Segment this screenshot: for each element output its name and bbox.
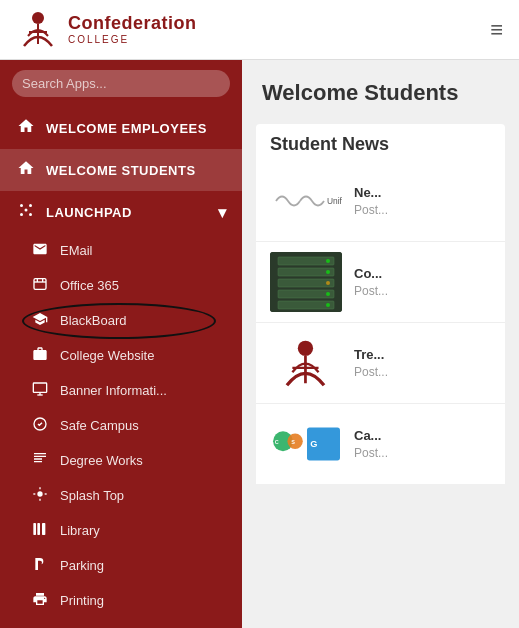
news-card-3[interactable]: Tre... Post... [256,323,505,404]
svg-point-41 [287,434,302,449]
office365-label: Office 365 [60,278,119,293]
svg-rect-26 [278,257,334,265]
sidebar-item-splash-top[interactable]: Splash Top [0,478,242,513]
news-thumb-3 [270,333,342,393]
degree-works-label: Degree Works [60,453,143,468]
college-website-label: College Website [60,348,154,363]
news-posted-1: Post... [354,203,388,217]
hamburger-menu[interactable]: ≡ [490,17,503,43]
sidebar-item-blackboard[interactable]: BlackBoard [0,303,242,338]
welcome-students-label: WELCOME STUDENTS [46,163,226,178]
launchpad-label: LAUNCHPAD [46,205,208,220]
svg-rect-27 [278,268,334,276]
welcome-employees-label: WELCOME EMPLOYEES [46,121,226,136]
news-thumb-4: C S G [270,414,342,474]
sidebar-item-email[interactable]: EMail [0,233,242,268]
launchpad-section: EMail Office 365 BlackBoard [0,233,242,618]
svg-rect-8 [34,279,46,290]
news-title-3: Tre... [354,347,388,362]
svg-point-16 [37,491,42,496]
banner-label: Banner Informati... [60,383,167,398]
news-title-1: Ne... [354,185,388,200]
chevron-down-icon: ▾ [218,203,227,222]
svg-text:S: S [291,439,295,445]
sidebar-item-welcome-employees[interactable]: WELCOME EMPLOYEES [0,107,242,149]
svg-point-35 [326,303,330,307]
library-label: Library [60,523,100,538]
svg-rect-22 [37,523,40,535]
svg-rect-12 [33,383,46,392]
svg-point-36 [298,341,313,356]
svg-rect-29 [278,290,334,298]
parking-icon [30,556,50,575]
header: Confederation College ≡ [0,0,519,60]
degree-works-icon [30,451,50,470]
sidebar-item-launchpad[interactable]: LAUNCHPAD ▾ [0,191,242,233]
svg-point-4 [20,204,23,207]
news-text-4: Ca... Post... [354,428,388,460]
library-icon [30,521,50,540]
safe-campus-icon [30,416,50,435]
sidebar-item-library[interactable]: Library [0,513,242,548]
splash-top-icon [30,486,50,505]
sidebar-item-welcome-students[interactable]: WELCOME STUDENTS [0,149,242,191]
svg-point-32 [326,270,330,274]
sidebar-item-safe-campus[interactable]: Safe Campus [0,408,242,443]
printing-icon [30,591,50,610]
svg-point-33 [326,281,330,285]
svg-point-5 [29,204,32,207]
news-posted-3: Post... [354,365,388,379]
sidebar-item-printing[interactable]: Printing [0,583,242,618]
news-card-4[interactable]: C S G Ca... Post... [256,404,505,484]
banner-icon [30,381,50,400]
welcome-header: Welcome Students [242,60,519,116]
sidebar-item-office365[interactable]: Office 365 [0,268,242,303]
printing-label: Printing [60,593,104,608]
logo-area: Confederation College [16,8,197,52]
home-icon [16,117,36,139]
news-section-title: Student News [256,124,505,161]
news-text-2: Co... Post... [354,266,388,298]
splash-top-label: Splash Top [60,488,124,503]
sidebar-item-parking[interactable]: Parking [0,548,242,583]
svg-rect-30 [278,301,334,309]
svg-point-31 [326,259,330,263]
right-panel: Welcome Students Student News Unifyed Ne… [242,60,519,628]
sidebar-item-college-website[interactable]: College Website [0,338,242,373]
svg-point-3 [25,209,28,212]
email-label: EMail [60,243,93,258]
college-name: Confederation [68,14,197,34]
office365-icon [30,276,50,295]
svg-rect-28 [278,279,334,287]
news-text-3: Tre... Post... [354,347,388,379]
sidebar-item-degree-works[interactable]: Degree Works [0,443,242,478]
svg-point-0 [32,12,44,24]
sidebar-item-banner[interactable]: Banner Informati... [0,373,242,408]
svg-point-6 [20,213,23,216]
college-website-icon [30,346,50,365]
svg-point-7 [29,213,32,216]
logo-text: Confederation College [68,14,197,45]
home-students-icon [16,159,36,181]
search-input[interactable] [12,70,230,97]
svg-text:Unifyed: Unifyed [327,196,342,206]
main-content: WELCOME EMPLOYEES WELCOME STUDENTS LAUNC… [0,60,519,628]
news-card-2[interactable]: Co... Post... [256,242,505,323]
safe-campus-label: Safe Campus [60,418,139,433]
svg-rect-21 [33,523,36,535]
blackboard-icon [30,311,50,330]
news-title-4: Ca... [354,428,388,443]
news-thumb-2 [270,252,342,312]
news-thumb-1: Unifyed [270,171,342,231]
svg-point-34 [326,292,330,296]
parking-label: Parking [60,558,104,573]
news-card-1[interactable]: Unifyed Ne... Post... [256,161,505,242]
news-title-2: Co... [354,266,388,281]
college-sub: College [68,34,197,45]
news-text-1: Ne... Post... [354,185,388,217]
news-posted-4: Post... [354,446,388,460]
svg-text:G: G [310,439,317,449]
college-logo-icon [16,8,60,52]
svg-rect-23 [42,523,45,535]
sidebar: WELCOME EMPLOYEES WELCOME STUDENTS LAUNC… [0,60,242,628]
